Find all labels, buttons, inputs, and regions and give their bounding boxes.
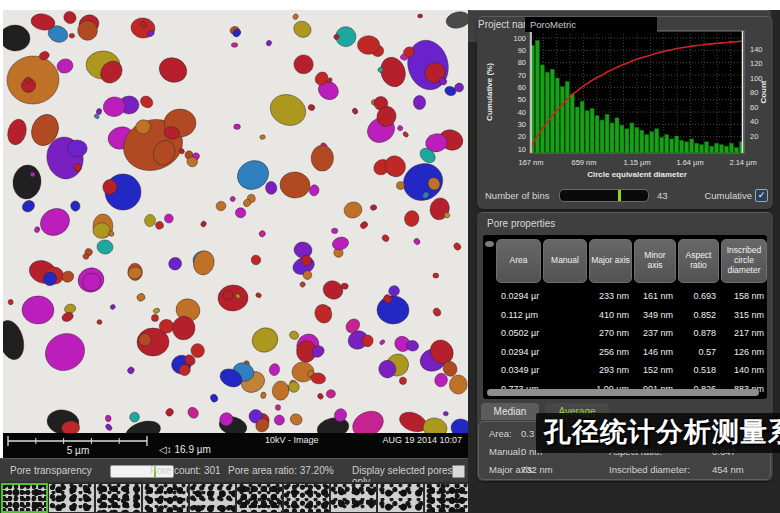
histogram-bar[interactable]: [595, 116, 599, 153]
pore-blob[interactable]: [96, 108, 102, 115]
histogram-bar[interactable]: [550, 69, 554, 153]
table-row[interactable]: 0.0502 µr270 nm237 nm0.878217 nm: [496, 324, 759, 343]
column-header[interactable]: Inscribed circle diameter: [721, 239, 767, 283]
pore-blob[interactable]: [105, 423, 114, 432]
histogram-bar[interactable]: [620, 125, 624, 153]
histogram-bar[interactable]: [705, 142, 709, 153]
table-horizontal-scrollbar[interactable]: [487, 389, 759, 396]
pore-blob[interactable]: [452, 242, 462, 252]
pore-blob[interactable]: [418, 14, 423, 18]
pore-blob[interactable]: [67, 140, 87, 157]
pore-blob[interactable]: [299, 281, 306, 288]
pore-blob[interactable]: [265, 181, 278, 195]
pore-blob[interactable]: [292, 13, 299, 20]
histogram-bar[interactable]: [655, 129, 659, 153]
image-thumbnail[interactable]: [331, 484, 376, 512]
histogram-bar[interactable]: [630, 123, 634, 153]
pore-blob[interactable]: [320, 278, 346, 303]
pore-blob[interactable]: [273, 414, 285, 426]
pore-blob[interactable]: [3, 23, 31, 52]
histogram-bar[interactable]: [605, 114, 609, 153]
pore-blob[interactable]: [260, 392, 266, 399]
histogram-bar[interactable]: [635, 127, 639, 153]
pore-blob[interactable]: [164, 214, 173, 223]
pore-blob[interactable]: [167, 256, 183, 272]
pore-blob[interactable]: [56, 57, 75, 74]
pore-blob[interactable]: [266, 90, 310, 131]
pore-blob[interactable]: [215, 200, 227, 211]
pore-blob[interactable]: [69, 33, 75, 38]
histogram-bar[interactable]: [645, 135, 649, 153]
display-selected-checkbox[interactable]: [452, 465, 465, 478]
histogram-bar[interactable]: [540, 65, 544, 153]
pore-blob[interactable]: [331, 235, 350, 251]
sem-image[interactable]: 5 µm ◁↕ 16.9 µm 10kV - Image AUG 19 2014…: [3, 10, 468, 458]
histogram-bar[interactable]: [715, 143, 719, 153]
pore-blob[interactable]: [229, 196, 236, 203]
histogram-bar[interactable]: [724, 146, 728, 153]
pore-blob[interactable]: [307, 104, 315, 112]
pore-blob[interactable]: [151, 314, 159, 322]
histogram-bar[interactable]: [670, 139, 674, 153]
pore-blob[interactable]: [260, 135, 266, 140]
pore-blob[interactable]: [265, 39, 272, 46]
pore-blob[interactable]: [268, 363, 280, 377]
pore-overlay-canvas[interactable]: [3, 10, 468, 458]
pore-blob[interactable]: [96, 319, 102, 325]
histogram-bar[interactable]: [665, 135, 669, 153]
pore-blob[interactable]: [109, 304, 116, 311]
pore-blob[interactable]: [154, 220, 164, 230]
pore-blob[interactable]: [8, 299, 14, 305]
histogram-bar[interactable]: [690, 139, 694, 153]
column-header[interactable]: Aspect ratio: [678, 239, 719, 283]
tab-median[interactable]: Median: [481, 403, 539, 420]
pore-blob[interactable]: [403, 210, 420, 228]
image-thumbnail[interactable]: [237, 484, 282, 512]
histogram-bar[interactable]: [565, 82, 569, 153]
column-header[interactable]: Major axis: [589, 239, 632, 283]
pore-blob[interactable]: [30, 172, 36, 177]
pore-blob[interactable]: [342, 200, 363, 220]
pore-blob[interactable]: [234, 124, 241, 130]
histogram-bar[interactable]: [570, 94, 574, 153]
pore-blob[interactable]: [271, 380, 289, 401]
pore-blob[interactable]: [5, 117, 29, 147]
pore-blob[interactable]: [311, 145, 334, 171]
pore-blob[interactable]: [258, 230, 267, 239]
histogram-bar[interactable]: [600, 120, 604, 153]
pore-blob[interactable]: [413, 95, 426, 109]
pore-blob[interactable]: [293, 54, 314, 74]
pore-blob[interactable]: [288, 330, 299, 341]
pore-blob[interactable]: [153, 307, 161, 314]
image-thumbnail[interactable]: [96, 484, 141, 512]
cumulative-checkbox[interactable]: ✓: [755, 189, 768, 202]
column-header[interactable]: Minor axis: [634, 239, 676, 283]
project-name-input[interactable]: [525, 17, 657, 32]
pore-blob[interactable]: [399, 377, 407, 385]
pore-blob[interactable]: [255, 292, 262, 298]
pore-blob[interactable]: [128, 411, 140, 424]
pore-blob[interactable]: [136, 292, 147, 302]
pore-blob[interactable]: [209, 393, 218, 403]
pore-blob[interactable]: [231, 43, 238, 48]
histogram-bar[interactable]: [734, 148, 738, 153]
pore-blob[interactable]: [248, 323, 282, 356]
pore-blob[interactable]: [432, 307, 442, 318]
column-header[interactable]: Manual: [543, 239, 587, 283]
pore-blob[interactable]: [36, 203, 75, 240]
pore-blob[interactable]: [61, 10, 78, 26]
pore-blob[interactable]: [191, 249, 217, 278]
table-row[interactable]: 0.0294 µr256 nm146 nm0.57126 nm: [496, 343, 759, 362]
histogram-bar[interactable]: [575, 107, 579, 153]
histogram-bar[interactable]: [650, 132, 654, 153]
pore-blob[interactable]: [379, 339, 386, 346]
pore-blob[interactable]: [312, 302, 334, 326]
histogram-bar[interactable]: [729, 143, 733, 153]
histogram-bar[interactable]: [700, 145, 704, 153]
table-row[interactable]: 0.0349 µr293 nm152 nm0.518140 nm: [496, 361, 759, 380]
histogram-bar[interactable]: [580, 101, 584, 153]
histogram-bar[interactable]: [695, 143, 699, 153]
pore-blob[interactable]: [144, 214, 156, 227]
pore-blob[interactable]: [433, 273, 439, 278]
row-selector-stub[interactable]: [485, 241, 494, 247]
